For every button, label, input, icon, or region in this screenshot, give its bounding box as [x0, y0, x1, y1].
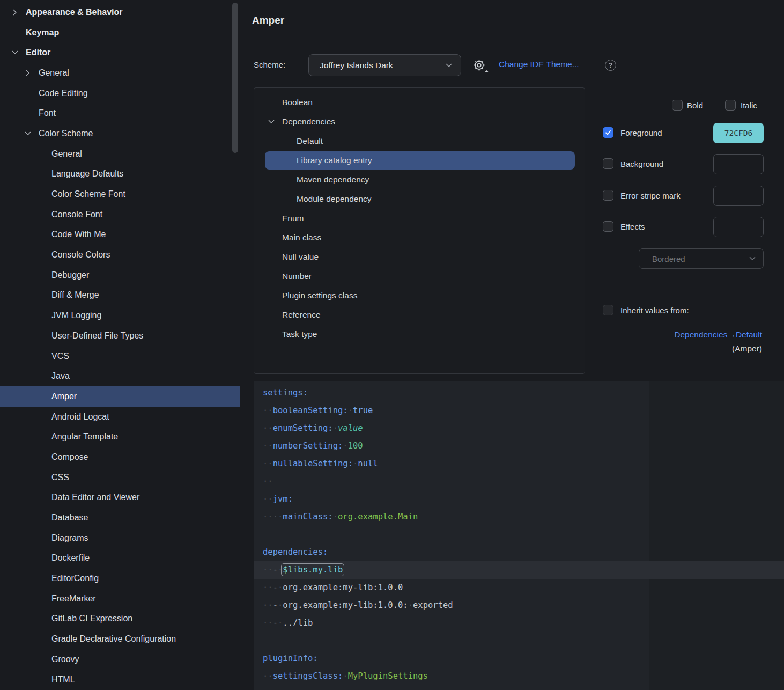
sidebar-item-keymap[interactable]: Keymap	[0, 23, 240, 43]
tree-item-reference[interactable]: Reference	[254, 305, 585, 325]
sidebar-item-label: Diagrams	[51, 533, 88, 543]
tree-item-boolean[interactable]: Boolean	[254, 93, 585, 112]
sidebar-item-console-font[interactable]: Console Font	[0, 204, 240, 225]
sidebar-item-code-editing[interactable]: Code Editing	[0, 83, 240, 104]
chevron-right-icon[interactable]	[24, 69, 39, 77]
sidebar-item-console-colors[interactable]: Console Colors	[0, 245, 240, 265]
sidebar-item-label: Groovy	[51, 655, 79, 664]
highlighted-token: $libs.my.lib	[283, 565, 343, 575]
foreground-checkbox[interactable]	[603, 127, 613, 138]
check-icon	[604, 129, 612, 136]
error-stripe-mark-checkbox[interactable]	[603, 190, 613, 201]
sidebar-item-code-with-me[interactable]: Code With Me	[0, 225, 240, 245]
settings-dialog: { "header": { "title": "Amper", "scheme_…	[0, 0, 784, 690]
sidebar-item-editor[interactable]: Editor	[0, 42, 240, 63]
sidebar-item-diff-merge[interactable]: Diff & Merge	[0, 285, 240, 306]
sidebar-item-general[interactable]: General	[0, 144, 240, 164]
sidebar-item-angular-template[interactable]: Angular Template	[0, 427, 240, 447]
scheme-select[interactable]: Joffrey Islands Dark	[308, 54, 461, 76]
sidebar-item-label: Angular Template	[51, 432, 118, 442]
tree-item-dependencies[interactable]: Dependencies	[254, 112, 585, 131]
sidebar-item-database[interactable]: Database	[0, 508, 240, 528]
background-color-field[interactable]	[713, 154, 764, 174]
foreground-color-field[interactable]: 72CFD6	[713, 123, 764, 143]
sidebar-item-amper[interactable]: Amper	[0, 386, 240, 407]
sidebar-item-groovy[interactable]: Groovy	[0, 649, 240, 670]
sidebar-item-font[interactable]: Font	[0, 103, 240, 123]
sidebar-item-css[interactable]: CSS	[0, 467, 240, 488]
code-token-key: settingsClass:	[273, 671, 343, 681]
tree-item-number[interactable]: Number	[254, 267, 585, 286]
sidebar-item-label: GitLab CI Expression	[51, 614, 132, 623]
sidebar-item-debugger[interactable]: Debugger	[0, 265, 240, 285]
code-token-key: booleanSetting:	[273, 406, 348, 415]
sidebar-item-general[interactable]: General	[0, 63, 240, 83]
sidebar-item-language-defaults[interactable]: Language Defaults	[0, 164, 240, 185]
sidebar-item-editorconfig[interactable]: EditorConfig	[0, 568, 240, 589]
chevron-down-icon[interactable]	[11, 48, 26, 57]
code-token-dash: -	[273, 583, 278, 592]
bold-checkbox[interactable]	[672, 100, 683, 111]
sidebar-item-java[interactable]: Java	[0, 366, 240, 386]
tree-item-enum[interactable]: Enum	[254, 209, 585, 228]
scheme-actions-button[interactable]	[472, 58, 487, 74]
tree-item-library-catalog-entry[interactable]: Library catalog entry	[254, 151, 585, 170]
tree-item-null-value[interactable]: Null value	[254, 247, 585, 267]
inherit-source-link[interactable]: Dependencies→Default	[674, 330, 762, 339]
sidebar-item-appearance-behavior[interactable]: Appearance & Behavior	[0, 2, 240, 23]
code-line-current: ··-·$libs.my.lib	[254, 561, 784, 579]
sidebar-scrollbar[interactable]	[232, 3, 238, 153]
effects-type-select[interactable]: Bordered	[639, 248, 764, 269]
tree-item-plugin-settings-class[interactable]: Plugin settings class	[254, 286, 585, 305]
sidebar-item-label: Dockerfile	[51, 553, 90, 563]
sidebar-item-compose[interactable]: Compose	[0, 447, 240, 467]
sidebar-item-label: User-Defined File Types	[51, 331, 143, 341]
tree-item-module-dependency[interactable]: Module dependency	[254, 189, 585, 209]
sidebar-item-label: Diff & Merge	[51, 290, 99, 300]
code-token-ws: ·	[278, 600, 283, 610]
sidebar-item-color-scheme[interactable]: Color Scheme	[0, 123, 240, 144]
preview-editor[interactable]: settings:··booleanSetting:·true··enumSet…	[254, 381, 784, 690]
effects-color-field[interactable]	[713, 217, 764, 237]
sidebar-item-html[interactable]: HTML	[0, 670, 240, 690]
sidebar-item-diagrams[interactable]: Diagrams	[0, 528, 240, 548]
code-token-key: jvm:	[273, 494, 293, 504]
code-line	[254, 632, 784, 650]
code-token-kw: null	[358, 459, 378, 468]
sidebar-item-label: General	[39, 68, 69, 78]
change-ide-theme-link[interactable]: Change IDE Theme...	[499, 60, 579, 69]
sidebar-item-label: EditorConfig	[51, 574, 99, 583]
code-token-dash: -	[273, 600, 278, 610]
chevron-right-icon[interactable]	[11, 8, 26, 17]
code-line: dependencies:	[254, 544, 784, 561]
help-icon[interactable]: ?	[605, 60, 616, 71]
italic-checkbox[interactable]	[725, 100, 736, 111]
tree-item-task-type[interactable]: Task type	[254, 325, 585, 344]
tree-item-label: Maven dependency	[297, 175, 369, 185]
error-stripe-mark-color-field[interactable]	[713, 186, 764, 206]
effects-checkbox[interactable]	[603, 221, 613, 232]
code-line: ····mainClass:·org.example.Main	[254, 508, 784, 526]
tree-item-main-class[interactable]: Main class	[254, 228, 585, 247]
sidebar-item-android-logcat[interactable]: Android Logcat	[0, 407, 240, 427]
sidebar-item-gradle-declarative-configuration[interactable]: Gradle Declarative Configuration	[0, 629, 240, 649]
inherit-values-checkbox[interactable]	[603, 305, 613, 315]
background-checkbox[interactable]	[603, 158, 613, 169]
sidebar-item-user-defined-file-types[interactable]: User-Defined File Types	[0, 326, 240, 346]
tree-item-default[interactable]: Default	[254, 131, 585, 151]
code-token-plain: org.example:my-lib:1.0.0:	[283, 600, 408, 610]
sidebar-item-vcs[interactable]: VCS	[0, 346, 240, 366]
chevron-down-icon[interactable]	[267, 118, 282, 126]
sidebar-item-jvm-logging[interactable]: JVM Logging	[0, 305, 240, 326]
code-token-cls: MyPluginSettings	[348, 671, 428, 681]
sidebar-item-freemarker[interactable]: FreeMarker	[0, 589, 240, 609]
sidebar-item-data-editor-and-viewer[interactable]: Data Editor and Viewer	[0, 488, 240, 508]
sidebar-item-color-scheme-font[interactable]: Color Scheme Font	[0, 184, 240, 204]
chevron-down-icon[interactable]	[24, 129, 39, 138]
sidebar-item-gitlab-ci-expression[interactable]: GitLab CI Expression	[0, 609, 240, 629]
code-token-ws: ·	[333, 423, 338, 433]
code-line: ··settingsClass:·MyPluginSettings	[254, 667, 784, 685]
tree-item-maven-dependency[interactable]: Maven dependency	[254, 170, 585, 189]
sidebar-item-dockerfile[interactable]: Dockerfile	[0, 548, 240, 569]
tree-item-label: Default	[297, 136, 323, 146]
